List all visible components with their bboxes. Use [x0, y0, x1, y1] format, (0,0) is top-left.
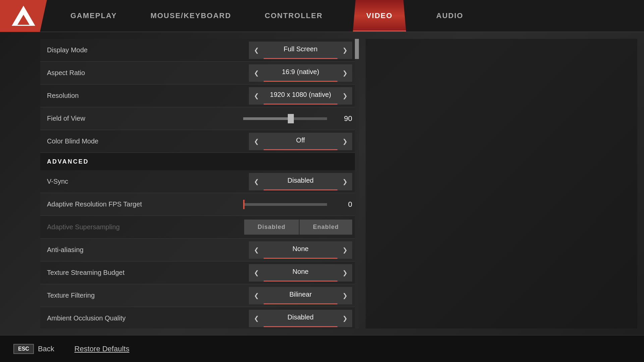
adaptive-fps-slider[interactable] [243, 203, 327, 206]
restore-defaults-button[interactable]: Restore Defaults [74, 345, 129, 353]
vsync-value: Disabled [264, 173, 337, 190]
display-mode-next-button[interactable]: ❯ [337, 42, 352, 59]
adaptive-fps-label: Adaptive Resolution FPS Target [47, 200, 243, 208]
vsync-control: ❮ Disabled ❯ [249, 173, 352, 190]
antialiasing-label: Anti-aliasing [47, 246, 249, 254]
tab-audio[interactable]: AUDIO [433, 0, 467, 32]
texture-filtering-next-button[interactable]: ❯ [337, 287, 352, 304]
main-content: Display Mode ❮ Full Screen ❯ Aspect Rati… [0, 32, 644, 335]
fov-slider-thumb [288, 114, 294, 123]
antialiasing-value: None [264, 241, 337, 259]
aspect-ratio-label: Aspect Ratio [47, 69, 249, 77]
resolution-next-button[interactable]: ❯ [337, 87, 352, 105]
display-mode-row: Display Mode ❮ Full Screen ❯ [40, 39, 359, 62]
nav-tabs: GAMEPLAY MOUSE/KEYBOARD CONTROLLER VIDEO… [47, 0, 644, 32]
vsync-next-button[interactable]: ❯ [337, 173, 352, 190]
ambient-occlusion-control: ❮ Disabled ❯ [249, 310, 352, 327]
vsync-row: V-Sync ❮ Disabled ❯ [40, 170, 359, 193]
adaptive-fps-slider-thumb [243, 200, 245, 209]
texture-budget-prev-button[interactable]: ❮ [249, 264, 264, 282]
adaptive-fps-value: 0 [332, 200, 352, 209]
texture-budget-label: Texture Streaming Budget [47, 269, 249, 277]
texture-filtering-row: Texture Filtering ❮ Bilinear ❯ [40, 284, 359, 307]
resolution-prev-button[interactable]: ❮ [249, 87, 264, 105]
texture-filtering-value: Bilinear [264, 287, 337, 304]
fov-control: 90 [243, 114, 352, 123]
adaptive-super-row: Adaptive Supersampling Disabled Enabled [40, 216, 359, 239]
advanced-section-header: ADVANCED [40, 153, 359, 170]
tab-video[interactable]: VIDEO [353, 0, 406, 32]
scrollbar-thumb[interactable] [355, 39, 359, 59]
antialiasing-prev-button[interactable]: ❮ [249, 241, 264, 259]
ambient-occlusion-prev-button[interactable]: ❮ [249, 310, 264, 327]
texture-filtering-label: Texture Filtering [47, 292, 249, 299]
logo [0, 0, 47, 32]
aspect-ratio-value: 16:9 (native) [264, 64, 337, 82]
adaptive-fps-control: 0 [243, 200, 352, 209]
antialiasing-control: ❮ None ❯ [249, 241, 352, 259]
tab-mouse-keyboard[interactable]: MOUSE/KEYBOARD [147, 0, 235, 32]
texture-filtering-prev-button[interactable]: ❮ [249, 287, 264, 304]
right-panel [366, 39, 637, 328]
resolution-label: Resolution [47, 92, 249, 100]
fov-label: Field of View [47, 115, 243, 122]
adaptive-fps-row: Adaptive Resolution FPS Target 0 [40, 193, 359, 216]
adaptive-super-control: Disabled Enabled [244, 220, 352, 235]
display-mode-prev-button[interactable]: ❮ [249, 42, 264, 59]
antialiasing-next-button[interactable]: ❯ [337, 241, 352, 259]
antialiasing-row: Anti-aliasing ❮ None ❯ [40, 239, 359, 261]
aspect-ratio-prev-button[interactable]: ❮ [249, 64, 264, 82]
color-blind-row: Color Blind Mode ❮ Off ❯ [40, 130, 359, 153]
aspect-ratio-control: ❮ 16:9 (native) ❯ [249, 64, 352, 82]
display-mode-value: Full Screen [264, 42, 337, 59]
display-mode-label: Display Mode [47, 46, 249, 54]
ambient-occlusion-row: Ambient Occlusion Quality ❮ Disabled ❯ [40, 307, 359, 328]
tab-gameplay[interactable]: GAMEPLAY [67, 0, 120, 32]
texture-budget-next-button[interactable]: ❯ [337, 264, 352, 282]
header: GAMEPLAY MOUSE/KEYBOARD CONTROLLER VIDEO… [0, 0, 644, 32]
vsync-prev-button[interactable]: ❮ [249, 173, 264, 190]
texture-filtering-control: ❮ Bilinear ❯ [249, 287, 352, 304]
fov-slider-fill [243, 117, 289, 120]
advanced-label: ADVANCED [47, 158, 89, 165]
fov-value: 90 [332, 114, 352, 123]
esc-key-label: ESC [13, 344, 34, 354]
vsync-label: V-Sync [47, 178, 249, 185]
color-blind-control: ❮ Off ❯ [249, 133, 352, 150]
back-label: Back [38, 345, 54, 353]
resolution-value: 644 x 362 (native) [264, 87, 337, 105]
resolution-control: ❮ 644 x 362 (native) ❯ [249, 87, 352, 105]
display-mode-control: ❮ Full Screen ❯ [249, 42, 352, 59]
adaptive-super-enabled-button[interactable]: Enabled [300, 220, 352, 235]
apex-logo-icon [12, 4, 35, 27]
settings-list: Display Mode ❮ Full Screen ❯ Aspect Rati… [40, 39, 359, 328]
color-blind-label: Color Blind Mode [47, 137, 249, 145]
ambient-occlusion-next-button[interactable]: ❯ [337, 310, 352, 327]
adaptive-super-disabled-button[interactable]: Disabled [244, 220, 299, 235]
color-blind-prev-button[interactable]: ❮ [249, 133, 264, 150]
ambient-occlusion-label: Ambient Occlusion Quality [47, 314, 249, 322]
resolution-row: Resolution ❮ 644 x 362 (native) ❯ [40, 84, 359, 107]
tab-controller[interactable]: CONTROLLER [261, 0, 326, 32]
bottom-bar: ESC Back Restore Defaults [0, 335, 644, 362]
adaptive-super-label: Adaptive Supersampling [47, 223, 244, 231]
color-blind-value: Off [264, 133, 337, 150]
fov-slider[interactable] [243, 117, 327, 120]
texture-budget-row: Texture Streaming Budget ❮ None ❯ [40, 261, 359, 284]
scrollbar-track[interactable] [355, 39, 359, 328]
aspect-ratio-next-button[interactable]: ❯ [337, 64, 352, 82]
texture-budget-value: None [264, 264, 337, 282]
settings-panel: Display Mode ❮ Full Screen ❯ Aspect Rati… [40, 39, 359, 328]
texture-budget-control: ❮ None ❯ [249, 264, 352, 282]
back-button[interactable]: ESC Back [13, 344, 54, 354]
ambient-occlusion-value: Disabled [264, 310, 337, 327]
aspect-ratio-row: Aspect Ratio ❮ 16:9 (native) ❯ [40, 62, 359, 84]
color-blind-next-button[interactable]: ❯ [337, 133, 352, 150]
fov-row: Field of View 90 [40, 107, 359, 130]
